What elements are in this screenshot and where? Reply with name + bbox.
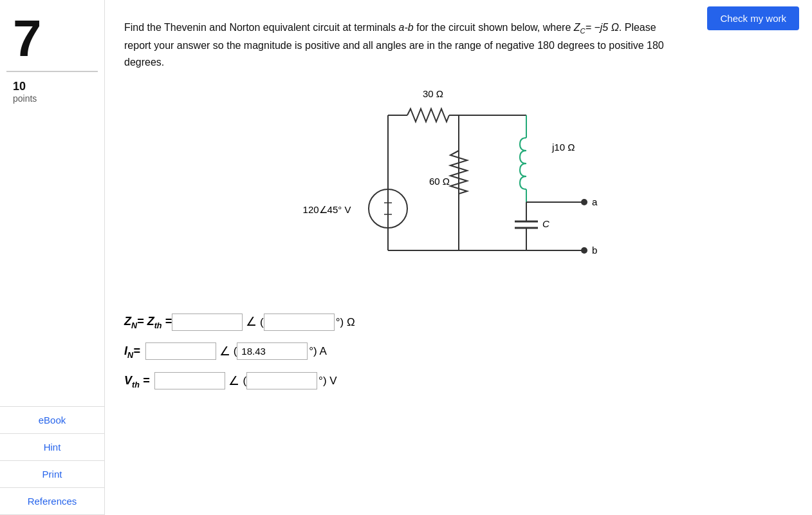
points-value: 10 [13, 80, 91, 93]
main-content: Check my work Find the Thevenin and Nort… [105, 0, 812, 515]
vth-angle-input[interactable] [246, 372, 317, 389]
points-section: 10 points [0, 72, 104, 111]
vth-angle-symbol: ∠ [228, 368, 239, 395]
question-number: 7 [0, 6, 104, 71]
vsource-label: 120∠45° V [302, 204, 351, 215]
circuit-diagram: 30 Ω 120∠45° V [124, 83, 786, 289]
points-label: points [13, 93, 91, 104]
answer-section: ZN= Zth = ∠ ( °) Ω IN= ∠ ( °) A Vth = ∠ [124, 308, 786, 394]
r1-label: 30 Ω [422, 88, 443, 99]
terminal-ab: a-b [399, 22, 414, 33]
in-row: IN= ∠ ( °) A [124, 338, 786, 365]
sidebar: 7 10 points eBook Hint Print References [0, 0, 105, 515]
r2-label: 60 Ω [429, 176, 449, 187]
svg-point-15 [581, 199, 587, 205]
zn-angle-input[interactable] [264, 314, 335, 331]
in-angle-input[interactable] [237, 342, 308, 360]
vth-unit: °) V [318, 369, 337, 393]
vth-magnitude-input[interactable] [154, 372, 225, 389]
capacitor-label: C [542, 218, 549, 229]
vth-row: Vth = ∠ ( °) V [124, 368, 786, 395]
terminal-a-label: a [592, 196, 598, 207]
impedance-formula: ZC= −j5 Ω [574, 22, 619, 33]
zn-magnitude-input[interactable] [172, 314, 243, 331]
in-unit: °) A [309, 339, 327, 363]
in-angle-symbol: ∠ [219, 338, 230, 365]
vth-label: Vth = [124, 368, 149, 394]
circuit-svg: 30 Ω 120∠45° V [288, 83, 623, 289]
sidebar-item-references[interactable]: References [0, 488, 104, 515]
sidebar-nav: eBook Hint Print References [0, 406, 104, 515]
check-my-work-button[interactable]: Check my work [707, 6, 799, 30]
r3-label: j10 Ω [551, 142, 575, 153]
zn-label: ZN= Zth = [124, 309, 172, 335]
svg-point-21 [581, 247, 587, 254]
sidebar-item-print[interactable]: Print [0, 461, 104, 488]
sidebar-item-ebook[interactable]: eBook [0, 407, 104, 434]
in-magnitude-input[interactable] [145, 342, 216, 360]
zn-unit: °) Ω [336, 310, 355, 334]
zn-angle-symbol: ∠ [246, 308, 257, 335]
zn-row: ZN= Zth = ∠ ( °) Ω [124, 308, 786, 335]
terminal-b-label: b [592, 245, 597, 256]
sidebar-item-hint[interactable]: Hint [0, 434, 104, 461]
problem-text: Find the Thevenin and Norton equivalent … [124, 19, 671, 70]
in-label: IN= [124, 339, 140, 364]
